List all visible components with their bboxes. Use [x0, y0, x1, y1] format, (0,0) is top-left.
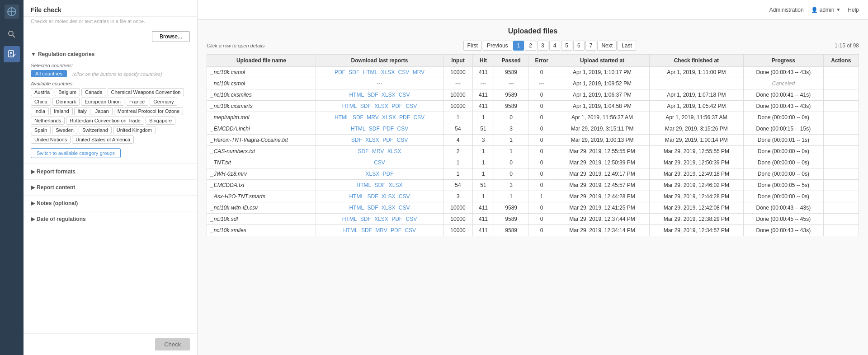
format-link[interactable]: PDF — [335, 69, 345, 75]
format-link[interactable]: XLSX — [389, 182, 403, 188]
table-row[interactable]: _EMCDDA.inchiHTML SDF PDF CSV545130Mar 2… — [207, 123, 859, 135]
country-tag[interactable]: Chemical Weapons Convention — [108, 88, 184, 96]
format-link[interactable]: XLSX — [381, 69, 395, 75]
format-link[interactable]: XLSX — [374, 103, 388, 109]
country-tag[interactable]: Germany — [150, 98, 177, 106]
format-link[interactable]: XLSX — [387, 148, 401, 154]
format-link[interactable]: CSV — [406, 103, 417, 109]
format-link[interactable]: CSV — [399, 92, 410, 98]
country-tag[interactable]: Ireland — [50, 107, 73, 115]
country-tag[interactable]: United States of America — [72, 135, 134, 144]
country-tag[interactable]: Sweden — [52, 126, 77, 134]
format-link[interactable]: XLSX — [365, 171, 379, 177]
format-link[interactable]: SDF — [360, 103, 371, 109]
format-link[interactable]: PDF — [383, 126, 394, 132]
page-number-btn[interactable]: 2 — [525, 41, 536, 51]
format-link[interactable]: SDF — [367, 92, 378, 98]
table-row[interactable]: _nci10k.cxsmilesHTML SDF XLSX CSV1000041… — [207, 89, 859, 101]
format-link[interactable]: SDF — [358, 148, 369, 154]
format-link[interactable]: HTML — [342, 216, 357, 222]
format-link[interactable]: XLSX — [374, 216, 388, 222]
format-link[interactable]: CSV — [397, 126, 409, 132]
format-link[interactable]: CSV — [399, 205, 410, 211]
page-nav-btn[interactable]: Last — [618, 41, 636, 51]
table-row[interactable]: _Asx-H2O-TNT.smartsHTML SDF XLSX CSV3111… — [207, 191, 859, 202]
country-tag[interactable]: France — [126, 98, 148, 106]
format-link[interactable]: HTML — [349, 205, 364, 211]
browse-button[interactable]: Browse... — [152, 31, 190, 42]
country-tag[interactable]: Canada — [81, 88, 106, 96]
country-tag[interactable]: India — [31, 107, 49, 115]
format-link[interactable]: SDF — [367, 193, 378, 200]
report-formats-header[interactable]: ▶ Report formats — [24, 164, 197, 179]
format-link[interactable]: CSV — [374, 159, 385, 166]
format-link[interactable]: CSV — [413, 114, 425, 121]
format-link[interactable]: HTML — [363, 69, 378, 75]
table-row[interactable]: _nci10k.smilesHTML SDF MRV PDF CSV100004… — [207, 225, 859, 236]
format-link[interactable]: SDF — [349, 69, 359, 75]
table-row[interactable]: _Heroin-TNT-Viagra-Cocaine.txtSDF XLSX P… — [207, 135, 859, 146]
country-tag[interactable]: Singapore — [146, 117, 175, 125]
format-link[interactable]: MRV — [375, 227, 387, 234]
table-row[interactable]: _nci10k.sdfHTML SDF XLSX PDF CSV10000411… — [207, 214, 859, 225]
format-link[interactable]: XLSX — [382, 205, 396, 211]
switch-category-button[interactable]: Switch to available category groups — [31, 148, 121, 158]
format-link[interactable]: PDF — [392, 216, 402, 222]
format-link[interactable]: CSV — [405, 227, 416, 234]
table-row[interactable]: _JWH-018.mrvXLSX PDF1100Mar 29, 2019, 12… — [207, 168, 859, 180]
country-tag[interactable]: Japan — [92, 107, 113, 115]
country-tag[interactable]: European Union — [81, 98, 124, 106]
format-link[interactable]: HTML — [349, 92, 364, 98]
regulation-categories-header[interactable]: ▼ Regulation categories — [24, 47, 197, 61]
format-link[interactable]: HTML — [335, 114, 349, 121]
user-menu[interactable]: admin — [820, 7, 835, 13]
table-row[interactable]: _mepirapim.molHTML SDF MRV XLSX PDF CSV1… — [207, 112, 859, 123]
country-tag[interactable]: China — [31, 98, 51, 106]
help-link[interactable]: Help — [848, 7, 859, 13]
format-link[interactable]: PDF — [382, 137, 393, 143]
table-row[interactable]: _EMCDDA.txtHTML SDF XLSX545130Mar 29, 20… — [207, 180, 859, 191]
format-link[interactable]: PDF — [392, 103, 402, 109]
format-link[interactable]: SDF — [361, 227, 372, 234]
date-header[interactable]: ▶ Date of regulations — [24, 211, 197, 227]
format-link[interactable]: XLSX — [382, 193, 396, 200]
format-link[interactable]: MRV — [367, 114, 378, 121]
country-tag[interactable]: United Nations — [31, 135, 71, 144]
notes-header[interactable]: ▶ Notes (optional) — [24, 196, 197, 211]
format-link[interactable]: SDF — [374, 182, 385, 188]
administration-link[interactable]: Administration — [769, 7, 804, 13]
format-link[interactable]: CSV — [399, 193, 410, 200]
country-tag[interactable]: Netherlands — [31, 117, 65, 125]
format-link[interactable]: CSV — [397, 137, 408, 143]
country-tag[interactable]: Rotterdam Convention on Trade — [66, 117, 144, 125]
format-link[interactable]: CSV — [398, 69, 410, 75]
format-link[interactable]: SDF — [351, 137, 362, 143]
page-number-btn[interactable]: 7 — [585, 41, 597, 51]
format-link[interactable]: PDF — [399, 114, 410, 121]
page-nav-btn[interactable]: Previous — [483, 41, 512, 51]
page-nav-btn[interactable]: First — [463, 41, 482, 51]
country-tag[interactable]: Belgium — [55, 88, 80, 96]
page-number-btn[interactable]: 1 — [513, 41, 524, 51]
format-link[interactable]: XLSX — [382, 114, 396, 121]
search-icon[interactable] — [4, 26, 20, 42]
table-row[interactable]: _TNT.txtCSV1100Mar 29, 2019, 12:50:39 PM… — [207, 157, 859, 168]
country-tag[interactable]: Montreal Protocol for Ozone — [114, 107, 184, 115]
table-row[interactable]: _nci10k.csmolPDF SDF HTML XLSX CSV MRV10… — [207, 67, 859, 78]
country-tag[interactable]: Switzerland — [79, 126, 112, 134]
format-link[interactable]: SDF — [353, 114, 363, 121]
table-row[interactable]: _nci10k.csmol---------------Apr 1, 2019,… — [207, 78, 859, 89]
country-tag[interactable]: Austria — [31, 88, 53, 96]
format-link[interactable]: SDF — [369, 126, 380, 132]
format-link[interactable]: MRV — [413, 69, 425, 75]
format-link[interactable]: XLSX — [365, 137, 379, 143]
format-link[interactable]: HTML — [356, 182, 371, 188]
page-number-btn[interactable]: 6 — [573, 41, 585, 51]
format-link[interactable]: HTML — [351, 126, 366, 132]
country-tag[interactable]: Spain — [31, 126, 51, 134]
file-check-icon[interactable] — [4, 46, 20, 62]
format-link[interactable]: PDF — [383, 171, 394, 177]
format-link[interactable]: HTML — [343, 227, 358, 234]
report-content-header[interactable]: ▶ Report content — [24, 180, 197, 195]
format-link[interactable]: SDF — [360, 216, 371, 222]
